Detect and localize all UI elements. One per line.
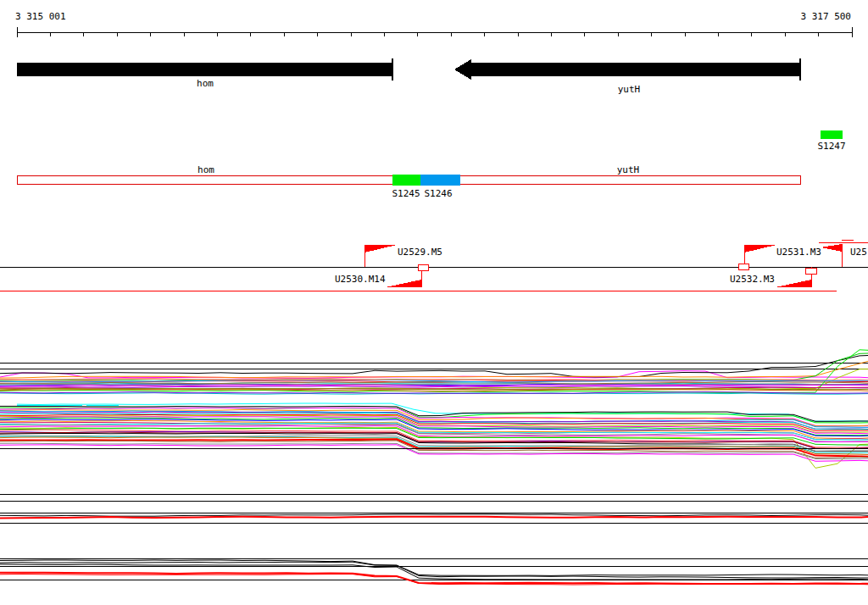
probe-u25-truncated-label: U25 bbox=[850, 247, 868, 258]
probe-u2531-m3-flag-icon[interactable] bbox=[744, 245, 776, 253]
expression-line bbox=[0, 361, 868, 378]
probe-u2532-m3-flag-icon[interactable] bbox=[776, 280, 811, 287]
region-yuth-label: yutH bbox=[603, 164, 654, 175]
probe-u2530-m14-label: U2530.M14 bbox=[335, 274, 386, 285]
probe-u25-flag-icon[interactable] bbox=[821, 244, 842, 252]
probe-u2530-m14-flag-icon[interactable] bbox=[386, 280, 421, 287]
gene-hom-bar[interactable] bbox=[17, 63, 392, 76]
probe-u2532-m3-label: U2532.M3 bbox=[730, 274, 775, 285]
gene-yuth-bar[interactable] bbox=[471, 63, 799, 76]
segment-s1246-label: S1246 bbox=[413, 188, 464, 199]
segment-s1245-box[interactable] bbox=[392, 175, 420, 186]
probe-u2532-m3-box[interactable] bbox=[805, 268, 816, 274]
probe-u2529-m5-flag-icon[interactable] bbox=[364, 245, 397, 253]
expression-line bbox=[0, 356, 868, 377]
ruler-end-coordinate: 3 317 500 bbox=[792, 11, 851, 22]
ruler-start-coordinate: 3 315 001 bbox=[15, 11, 66, 22]
segment-s1247-label: S1247 bbox=[806, 141, 857, 152]
gene-yuth-arrowhead-icon bbox=[454, 59, 471, 80]
probe-u2529-m5-label: U2529.M5 bbox=[398, 247, 442, 258]
segment-s1247-box[interactable] bbox=[821, 130, 843, 139]
expression-line bbox=[0, 517, 868, 519]
probe-u2531-m3-label: U2531.M3 bbox=[776, 247, 821, 258]
gene-yuth-label: yutH bbox=[604, 84, 654, 95]
probe-u2530-m14-box[interactable] bbox=[418, 264, 428, 270]
segment-s1246-box[interactable] bbox=[420, 175, 460, 186]
genome-browser-view: 3 315 001 3 317 500 hom yutH S1247 hom y… bbox=[0, 0, 868, 605]
tracks-canvas bbox=[0, 0, 868, 605]
region-hom-label: hom bbox=[181, 164, 231, 175]
gene-hom-label: hom bbox=[180, 78, 231, 89]
probe-u2531-m3-box[interactable] bbox=[738, 264, 748, 269]
